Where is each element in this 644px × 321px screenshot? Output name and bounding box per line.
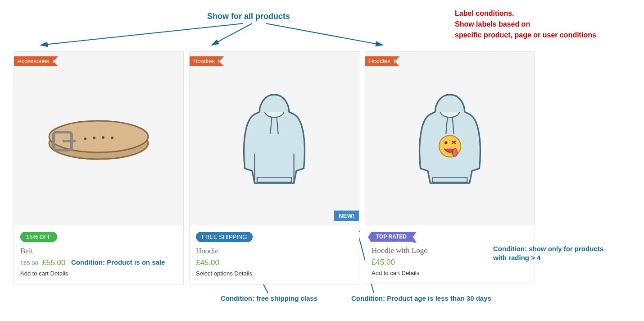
add-to-cart-link[interactable]: Add to cart — [20, 270, 49, 277]
price-current: £45.00 — [196, 258, 219, 267]
price-current: £55.00 — [42, 258, 66, 267]
annotation-label-conditions: Label conditions. Show labels based on s… — [455, 8, 596, 41]
price-current: £45.00 — [372, 258, 395, 266]
top-rated-badge: TOP RATED — [372, 232, 413, 242]
product-card: Hoodies NEW! FREE SHIPPING Hoodie £45.00… — [189, 51, 359, 284]
annotation-condition-sale: Condition: Product is on sale — [71, 258, 165, 267]
product-name[interactable]: Hoodie — [196, 247, 353, 256]
annotation-condition-freeship: Condition: free shipping class — [221, 294, 317, 303]
annotation-condition-rating: Condition: show only for products with r… — [493, 244, 603, 262]
svg-rect-15 — [257, 177, 291, 182]
product-image-area[interactable]: Accessories — [14, 52, 183, 225]
add-to-cart-link[interactable]: Add to cart — [372, 270, 400, 276]
svg-line-0 — [41, 23, 243, 45]
svg-point-12 — [93, 137, 95, 139]
new-badge: NEW! — [334, 211, 359, 221]
price-old: £65.00 — [20, 260, 38, 266]
product-image-area[interactable]: Hoodies — [365, 52, 535, 225]
product-info: FREE SHIPPING Hoodie £45.00 Select optio… — [190, 225, 359, 284]
svg-point-17 — [439, 135, 461, 157]
product-image-belt — [40, 85, 157, 193]
select-options-link[interactable]: Select options — [196, 270, 233, 277]
product-price: £45.00 — [196, 258, 353, 267]
svg-point-19 — [452, 148, 457, 156]
category-ribbon: Hoodies — [365, 56, 395, 66]
details-link[interactable]: Details — [50, 270, 68, 277]
svg-point-18 — [444, 141, 448, 144]
svg-point-11 — [84, 138, 86, 140]
details-link[interactable]: Details — [234, 270, 252, 277]
svg-line-1 — [212, 23, 252, 45]
discount-badge: 15% OFF — [20, 232, 57, 242]
product-name[interactable]: Belt — [20, 247, 177, 256]
details-link[interactable]: Details — [402, 270, 420, 276]
annotation-show-all: Show for all products — [207, 12, 290, 21]
product-image-hoodie — [216, 85, 333, 193]
svg-point-13 — [102, 136, 104, 139]
free-shipping-badge: FREE SHIPPING — [196, 232, 253, 242]
svg-point-14 — [111, 137, 113, 139]
product-card: Accessories 15% OFF Belt £65.00 £55.00 A… — [14, 51, 184, 284]
product-image-hoodie-logo — [391, 85, 508, 193]
annotation-condition-age: Condition: Product age is less than 30 d… — [351, 294, 491, 303]
svg-line-2 — [266, 23, 383, 45]
svg-rect-16 — [433, 177, 467, 182]
category-ribbon: Hoodies — [190, 56, 219, 66]
product-image-area[interactable]: Hoodies NEW! — [190, 52, 359, 225]
product-info: 15% OFF Belt £65.00 £55.00 Add to cart D… — [14, 225, 183, 284]
svg-point-8 — [49, 121, 148, 152]
category-ribbon: Accessories — [14, 56, 54, 66]
